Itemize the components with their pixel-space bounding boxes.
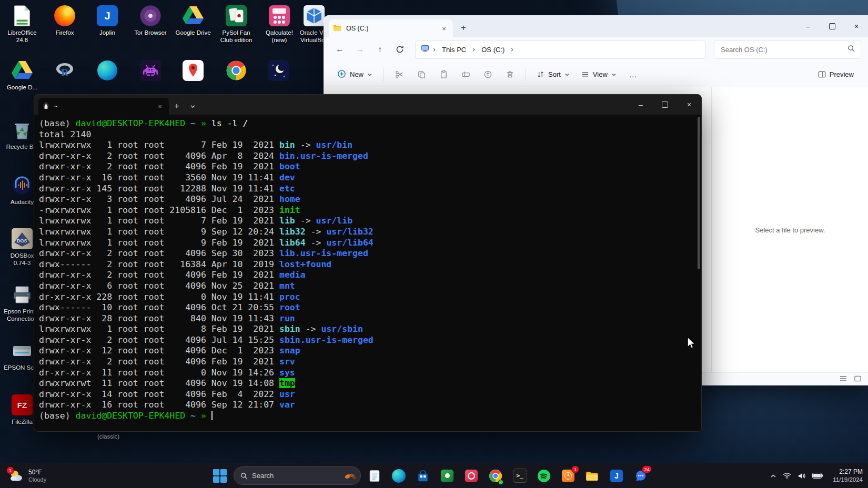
- terminal-minimize-button[interactable]: –: [629, 95, 653, 115]
- desktop-icon-google-d[interactable]: Google D...: [1, 59, 43, 91]
- maximize-button[interactable]: [820, 15, 844, 37]
- copy-button[interactable]: [411, 66, 432, 84]
- desktop-icon-edge-desktop[interactable]: [86, 59, 128, 82]
- desktop-icon-space-invaders[interactable]: [129, 59, 171, 82]
- taskbar-search-box[interactable]: Search: [234, 466, 361, 485]
- breadcrumb-os-c[interactable]: OS (C:): [479, 45, 507, 55]
- terminal-titlebar[interactable]: ~ × + – ×: [34, 95, 701, 115]
- desktop-icon-classic-fragment[interactable]: (classic): [87, 431, 129, 440]
- audacity-icon: [11, 174, 34, 197]
- taskbar-terminal-button[interactable]: >_: [509, 465, 530, 486]
- close-button[interactable]: ×: [844, 15, 868, 37]
- taskbar-center: Search >_1J24: [209, 463, 651, 488]
- terminal-line: drwxr-xr-x 2 root root 4096 Sep 30 2023 …: [39, 248, 701, 259]
- terminal-profile-dropdown[interactable]: [185, 98, 200, 115]
- desktop-icon-pysol[interactable]: PySol Fan Club edition: [215, 4, 257, 44]
- new-button[interactable]: New: [332, 66, 378, 84]
- paste-button[interactable]: [433, 66, 454, 84]
- terminal-line: lrwxrwxrwx 1 root root 7 Feb 19 2021 lib…: [39, 216, 701, 227]
- taskbar-spotify-button[interactable]: [533, 465, 554, 486]
- share-button[interactable]: [477, 66, 498, 84]
- taskbar-green-app-button[interactable]: [437, 465, 458, 486]
- terminal-line: drwxr-xr-x 2 root root 4096 Feb 19 2021 …: [39, 357, 701, 368]
- r-project-icon: R: [53, 59, 76, 82]
- explorer-search-input[interactable]: [720, 45, 847, 54]
- more-options-button[interactable]: …: [623, 66, 644, 84]
- minimize-button[interactable]: –: [796, 15, 820, 37]
- details-view-toggle[interactable]: [840, 374, 847, 384]
- tab-close-icon[interactable]: ×: [439, 25, 449, 33]
- desktop-icon-chrome-desktop[interactable]: [215, 59, 257, 82]
- explorer-tabbar: OS (C:) × + – ×: [324, 15, 868, 37]
- terminal-line: drwx------ 10 root root 4096 Oct 21 20:5…: [39, 302, 701, 313]
- refresh-button[interactable]: [391, 41, 409, 58]
- desktop-icon-joplin[interactable]: JJoplin: [86, 4, 128, 36]
- chevron-down-icon: [564, 72, 570, 77]
- dosbox-icon: DOS: [11, 227, 34, 250]
- libreoffice-icon: [11, 4, 34, 27]
- taskbar: 1 50°F Cloudy Search >_1J24: [0, 463, 868, 488]
- terminal-scrollbar[interactable]: [698, 117, 700, 269]
- start-button[interactable]: [209, 465, 230, 486]
- rename-button[interactable]: [455, 66, 476, 84]
- search-icon[interactable]: [847, 45, 855, 55]
- edge-desktop-icon: [96, 59, 119, 82]
- hidden-icons-chevron[interactable]: [770, 474, 776, 478]
- sort-button[interactable]: Sort: [531, 67, 575, 82]
- taskbar-joplin-button[interactable]: J: [606, 465, 627, 486]
- taskbar-edge-button[interactable]: [388, 465, 409, 486]
- preview-panel-icon: [818, 70, 826, 78]
- explorer-tab[interactable]: OS (C:) ×: [329, 19, 453, 37]
- back-button[interactable]: ←: [331, 41, 349, 58]
- wifi-icon[interactable]: [783, 472, 791, 479]
- large-thumbnails-toggle[interactable]: [854, 374, 861, 384]
- terminal-line: lrwxrwxrwx 1 root root 9 Sep 12 20:24 li…: [39, 227, 701, 238]
- taskbar-red-app-button[interactable]: [461, 465, 482, 486]
- night-sky-icon: [267, 59, 290, 82]
- explorer-navbar: ← → ↑ This PC OS (C:): [324, 37, 868, 62]
- taskbar-clock[interactable]: 2:27 PM 11/19/2024: [833, 468, 863, 484]
- preview-placeholder-text: Select a file to preview.: [755, 226, 825, 234]
- address-bar[interactable]: This PC OS (C:): [415, 40, 705, 59]
- taskbar-notepad-button[interactable]: [364, 465, 385, 486]
- taskbar-store-button[interactable]: [412, 465, 433, 486]
- taskbar-clock-app-button[interactable]: 1: [558, 465, 579, 486]
- view-button[interactable]: View: [576, 67, 622, 82]
- terminal-prompt-line: (base) david@DESKTOP-EPK4HED ~ »: [39, 411, 701, 422]
- chevron-right-icon: [471, 47, 477, 52]
- terminal-close-button[interactable]: ×: [677, 95, 701, 115]
- taskbar-weather-widget[interactable]: 1 50°F Cloudy: [5, 463, 49, 488]
- search-icon: [240, 472, 248, 480]
- firefox-icon: [53, 4, 76, 27]
- terminal-new-tab-button[interactable]: +: [169, 98, 185, 115]
- taskbar-chat-button[interactable]: 24: [630, 465, 651, 486]
- virtualbox-icon: [302, 4, 326, 27]
- cut-button[interactable]: [389, 66, 410, 84]
- battery-icon[interactable]: [812, 473, 823, 479]
- weather-temperature: 50°F: [28, 469, 46, 476]
- taskbar-file-explorer-button[interactable]: [582, 465, 603, 486]
- forward-button[interactable]: →: [351, 41, 369, 58]
- delete-button[interactable]: [499, 66, 520, 84]
- terminal-maximize-button[interactable]: [653, 95, 677, 115]
- weather-badge: 1: [6, 466, 14, 474]
- desktop-icon-tor-browser[interactable]: Tor Browser: [129, 4, 171, 36]
- terminal-tab[interactable]: ~ ×: [38, 98, 169, 115]
- volume-icon[interactable]: [798, 472, 806, 480]
- desktop-icon-firefox[interactable]: Firefox: [44, 4, 86, 36]
- desktop-icon-r-project[interactable]: R: [44, 59, 86, 82]
- preview-toggle-button[interactable]: Preview: [813, 67, 859, 82]
- desktop-icon-libreoffice[interactable]: LibreOffice 24.8: [1, 4, 43, 44]
- terminal-line: -rwxrwxrwx 1 root root 2105816 Dec 1 202…: [39, 205, 701, 216]
- terminal-line: drwxr-xr-x 16 root root 4096 Sep 12 21:0…: [39, 400, 701, 411]
- up-button[interactable]: ↑: [371, 41, 389, 58]
- google-d-icon: [11, 59, 34, 82]
- taskbar-chrome-button[interactable]: [485, 465, 506, 486]
- desktop-icon-google-drive[interactable]: Google Drive: [172, 4, 214, 36]
- terminal-tab-close-icon[interactable]: ×: [155, 103, 165, 110]
- desktop-icon-google-maps[interactable]: [172, 59, 214, 82]
- desktop-icon-night-sky[interactable]: [257, 59, 299, 82]
- explorer-new-tab-button[interactable]: +: [456, 21, 471, 35]
- breadcrumb-this-pc[interactable]: This PC: [439, 45, 469, 55]
- toolbar-separator: [526, 68, 526, 81]
